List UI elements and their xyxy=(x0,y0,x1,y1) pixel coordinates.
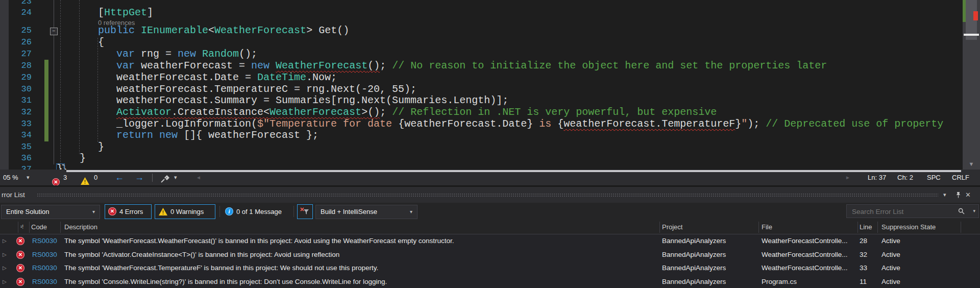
column-header-code[interactable]: Code xyxy=(31,221,47,234)
file-cell: WeatherForecastControlle... xyxy=(762,261,848,275)
code-line[interactable]: return new []{ weatherForecast }; xyxy=(43,129,318,141)
error-code-link[interactable]: RS0030 xyxy=(32,234,57,248)
row-expander-icon[interactable]: ▷ xyxy=(3,275,7,288)
document-warnings-icon[interactable]: ! xyxy=(81,174,89,182)
line-number[interactable]: 24 xyxy=(10,7,32,19)
column-header-suppression-state[interactable]: Suppression State xyxy=(881,221,936,234)
zoom-caret-icon[interactable]: ▾ xyxy=(27,170,30,185)
line-indicator[interactable]: Ln: 37 xyxy=(868,170,886,185)
column-header-project[interactable]: Project xyxy=(662,221,682,234)
column-header-file[interactable]: File xyxy=(762,221,772,234)
file-cell: WeatherForecastControlle... xyxy=(762,248,848,262)
code-cleanup-broom-icon[interactable] xyxy=(160,173,169,182)
column-separator[interactable] xyxy=(961,222,961,233)
error-code-link[interactable]: RS0030 xyxy=(32,261,57,275)
column-separator[interactable] xyxy=(60,222,61,233)
spaces-indicator[interactable]: SPC xyxy=(927,170,941,185)
navigate-forward-icon[interactable]: → xyxy=(135,170,144,185)
line-number[interactable]: 25 xyxy=(10,25,32,37)
column-separator[interactable] xyxy=(18,222,18,233)
window-position-chevron-icon[interactable]: ▾ xyxy=(943,187,946,203)
code-editor[interactable]: 232425262728293031323334353637 − [HttpGe… xyxy=(0,0,980,170)
code-line[interactable]: var rng = new Random(); xyxy=(43,48,257,60)
code-line[interactable]: _logger.LogInformation($"Temperature for… xyxy=(43,118,943,130)
row-expander-icon[interactable]: ▷ xyxy=(3,234,7,248)
error-code-link[interactable]: RS0030 xyxy=(32,275,57,288)
column-header-line[interactable]: Line xyxy=(860,221,872,234)
scrollbar-down-arrow[interactable]: ▼ xyxy=(966,161,976,169)
code-line[interactable]: } xyxy=(43,152,86,164)
column-header-description[interactable]: Description xyxy=(64,221,97,234)
editor-bottom-bar: 05 % ▾ ✕ 3 ! 0 ← → ▾ ◄ ► Ln: 37 Ch: 2 SP… xyxy=(0,170,980,185)
line-number[interactable]: 37 xyxy=(10,163,32,170)
column-separator[interactable] xyxy=(659,222,660,233)
search-options-caret-icon[interactable]: ▾ xyxy=(973,208,975,213)
line-number[interactable]: 30 xyxy=(10,83,32,95)
code-line[interactable]: } xyxy=(43,141,104,153)
bottom-bar-separator xyxy=(152,174,153,182)
messages-filter-label: 0 of 1 Message xyxy=(236,205,282,219)
warning-triangle-icon: ! xyxy=(159,208,167,215)
line-number[interactable]: 33 xyxy=(10,118,32,130)
error-row[interactable]: ▷✕RS0030The symbol 'WeatherForecast.Weat… xyxy=(0,234,980,248)
messages-filter-button[interactable]: i 0 of 1 Message xyxy=(223,204,290,219)
navigate-back-icon[interactable]: ← xyxy=(115,170,124,185)
suppression-state-cell: Active xyxy=(881,261,900,275)
line-ending-indicator[interactable]: CRLF xyxy=(952,170,969,185)
zoom-level-dropdown[interactable]: 05 % xyxy=(3,170,18,185)
vertical-scrollbar[interactable] xyxy=(963,0,980,170)
line-number[interactable]: 29 xyxy=(10,71,32,84)
code-line[interactable]: Activator.CreateInstance<WeatherForecast… xyxy=(43,106,717,118)
code-line[interactable]: public IEnumerable<WeatherForecast> Get(… xyxy=(43,25,349,37)
row-expander-icon[interactable]: ▷ xyxy=(3,248,7,262)
source-filter-dropdown[interactable]: Build + IntelliSense ▾ xyxy=(315,205,418,219)
column-separator[interactable] xyxy=(857,222,858,233)
title-bar-grip[interactable] xyxy=(37,193,938,197)
column-separator[interactable] xyxy=(877,222,878,233)
search-input[interactable] xyxy=(851,206,950,217)
error-description: The symbol 'Activator.CreateInstance<T>(… xyxy=(64,248,339,262)
info-circle-icon: i xyxy=(225,207,233,215)
breakpoint-margin[interactable] xyxy=(0,0,9,170)
document-errors-icon[interactable]: ✕ xyxy=(52,174,60,182)
line-number[interactable]: 31 xyxy=(10,94,32,107)
line-number[interactable]: 27 xyxy=(10,48,32,60)
code-line[interactable]: weatherForecast.Summary = Summaries[rng.… xyxy=(43,94,508,107)
column-indicator[interactable]: Ch: 2 xyxy=(897,170,913,185)
filter-button[interactable] xyxy=(297,204,313,219)
brace-match-highlight: } xyxy=(56,163,65,170)
error-code-link[interactable]: RS0030 xyxy=(32,248,57,262)
row-expander-icon[interactable]: ▷ xyxy=(3,261,7,275)
file-cell: WeatherForecastControlle... xyxy=(762,234,848,248)
error-list-title-bar[interactable]: rror List ▾ ✕ xyxy=(0,187,980,203)
search-box: ▾ xyxy=(846,204,979,218)
error-circle-icon: ✕ xyxy=(16,251,24,259)
error-row[interactable]: ▷✕RS0030The symbol 'WeatherForecast.Temp… xyxy=(0,261,980,275)
close-icon[interactable]: ✕ xyxy=(965,187,971,203)
hscroll-right-arrow[interactable]: ► xyxy=(845,170,850,185)
line-number[interactable]: 28 xyxy=(10,60,32,72)
warnings-filter-button[interactable]: ! 0 Warnings xyxy=(155,204,215,219)
error-row[interactable]: ▷✕RS0030The symbol 'Console.WriteLine(st… xyxy=(0,275,980,288)
errors-filter-button[interactable]: ✕ 4 Errors xyxy=(105,204,152,219)
hscroll-left-arrow[interactable]: ◄ xyxy=(196,170,201,185)
search-icon[interactable] xyxy=(958,208,965,215)
column-separator[interactable] xyxy=(758,222,759,233)
code-line[interactable]: var weatherForecast = new WeatherForecas… xyxy=(43,60,827,72)
line-number[interactable]: 36 xyxy=(10,152,32,164)
line-cell: 32 xyxy=(860,248,867,262)
line-number[interactable]: 26 xyxy=(10,36,32,49)
code-line[interactable]: weatherForecast.Date = DateTime.Now; xyxy=(43,71,337,84)
pin-icon[interactable] xyxy=(955,191,962,198)
code-cleanup-caret-icon[interactable]: ▾ xyxy=(174,170,177,185)
line-number[interactable]: 34 xyxy=(10,129,32,141)
line-number[interactable]: 35 xyxy=(10,141,32,153)
code-line[interactable]: weatherForecast.TemperatureC = rng.Next(… xyxy=(43,83,416,95)
severity-column-header[interactable]: ¹! xyxy=(20,221,23,234)
error-list-panel: rror List ▾ ✕ Entire Solution ▾ ✕ 4 Erro… xyxy=(0,187,980,288)
column-separator[interactable] xyxy=(29,222,30,233)
code-line[interactable]: { xyxy=(43,36,104,49)
error-row[interactable]: ▷✕RS0030The symbol 'Activator.CreateInst… xyxy=(0,248,980,262)
line-number[interactable]: 32 xyxy=(10,106,32,118)
scope-filter-dropdown[interactable]: Entire Solution ▾ xyxy=(1,205,100,219)
